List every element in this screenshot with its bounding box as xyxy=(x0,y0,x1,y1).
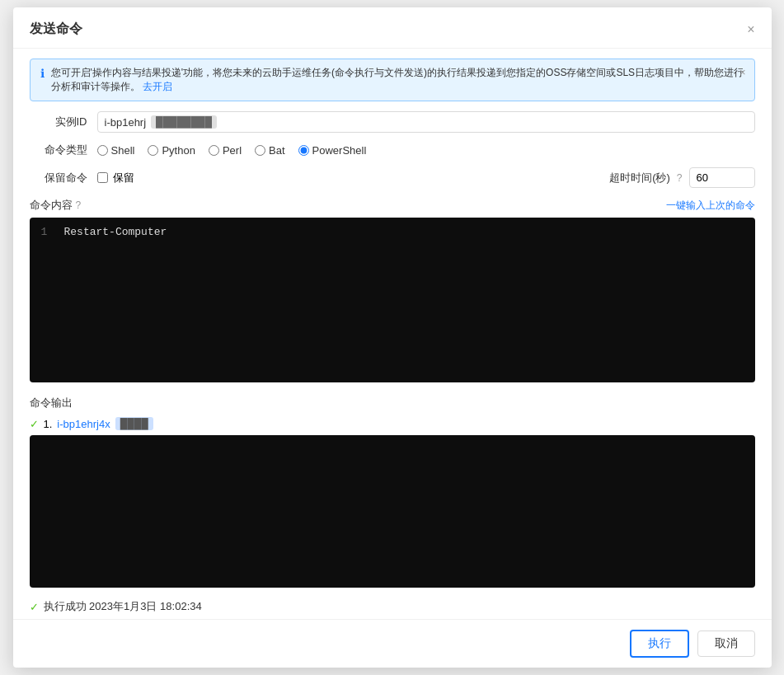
info-icon: ℹ xyxy=(40,67,45,80)
banner-text: 您可开启'操作内容与结果投递'功能，将您未来的云助手运维任务(命令执行与文件发送… xyxy=(51,66,744,94)
cancel-button[interactable]: 取消 xyxy=(697,630,755,657)
radio-python[interactable]: Python xyxy=(148,144,195,157)
preserve-label: 保留命令 xyxy=(30,171,87,185)
line-numbers: 1 xyxy=(41,226,54,374)
preserve-left: 保留 xyxy=(97,171,600,185)
output-instance-row: ✓ 1. i-bp1ehrj4x ████ xyxy=(30,417,755,430)
instance-id-label: 实例ID xyxy=(30,115,87,129)
radio-perl[interactable]: Perl xyxy=(209,144,242,157)
form-body: 实例ID i-bp1ehrj ████████ 命令类型 Shell Pytho… xyxy=(13,111,772,619)
success-row: ✓ 执行成功 2023年1月3日 18:02:34 xyxy=(30,594,755,619)
preserve-checkbox[interactable] xyxy=(97,172,108,183)
dialog-title: 发送命令 xyxy=(30,21,82,38)
info-banner: ℹ 您可开启'操作内容与结果投递'功能，将您未来的云助手运维任务(命令执行与文件… xyxy=(30,59,755,101)
timeout-input[interactable]: 60 xyxy=(689,167,755,188)
instance-id-tag-extra: ████████ xyxy=(151,115,217,129)
output-check-icon: ✓ xyxy=(30,418,39,430)
output-terminal xyxy=(30,435,755,588)
output-instance-tag: ████ xyxy=(115,417,153,430)
output-instance-id[interactable]: i-bp1ehrj4x xyxy=(57,418,110,430)
content-section-header: 命令内容 ? 一键输入上次的命令 xyxy=(30,198,755,213)
command-type-label: 命令类型 xyxy=(30,143,87,157)
instance-id-tag-text: i-bp1ehrj xyxy=(105,116,147,129)
success-check-icon: ✓ xyxy=(30,601,39,613)
output-header: 命令输出 xyxy=(30,396,755,410)
output-instance-number: 1. xyxy=(44,418,53,430)
instance-id-row: 实例ID i-bp1ehrj ████████ xyxy=(30,111,755,133)
dialog-header: 发送命令 × xyxy=(13,7,772,49)
banner-link[interactable]: 去开启 xyxy=(143,81,172,92)
instance-id-input-wrapper: i-bp1ehrj ████████ xyxy=(97,111,755,133)
output-section: 命令输出 ✓ 1. i-bp1ehrj4x ████ ✓ 执行成功 2023年1… xyxy=(30,396,755,619)
preserve-timeout-row: 保留命令 保留 超时时间(秒) ? 60 xyxy=(30,167,755,188)
preserve-checkbox-label: 保留 xyxy=(113,171,134,185)
timeout-label: 超时时间(秒) xyxy=(609,171,670,185)
dialog-footer: 执行 取消 xyxy=(13,619,772,668)
radio-bat[interactable]: Bat xyxy=(255,144,285,157)
success-text: 执行成功 2023年1月3日 18:02:34 xyxy=(44,599,202,614)
execute-button[interactable]: 执行 xyxy=(630,630,689,658)
close-icon[interactable]: × xyxy=(747,22,754,37)
command-type-row: 命令类型 Shell Python Perl Bat xyxy=(30,143,755,157)
one-click-link[interactable]: 一键输入上次的命令 xyxy=(666,199,755,213)
code-editor[interactable]: 1 Restart-Computer xyxy=(30,218,755,382)
radio-powershell[interactable]: PowerShell xyxy=(298,144,367,157)
send-command-dialog: 发送命令 × ℹ 您可开启'操作内容与结果投递'功能，将您未来的云助手运维任务(… xyxy=(13,7,772,668)
code-content: Restart-Computer xyxy=(64,226,167,374)
timeout-group: 超时时间(秒) ? 60 xyxy=(609,167,754,188)
content-section-label: 命令内容 ? xyxy=(30,198,82,213)
content-help-icon[interactable]: ? xyxy=(76,199,82,211)
command-type-group: Shell Python Perl Bat PowerShell xyxy=(97,144,755,157)
timeout-help-icon[interactable]: ? xyxy=(677,172,683,184)
radio-shell[interactable]: Shell xyxy=(97,144,135,157)
banner-close-icon[interactable]: × xyxy=(739,66,746,78)
instance-id-control: i-bp1ehrj ████████ xyxy=(97,111,755,133)
